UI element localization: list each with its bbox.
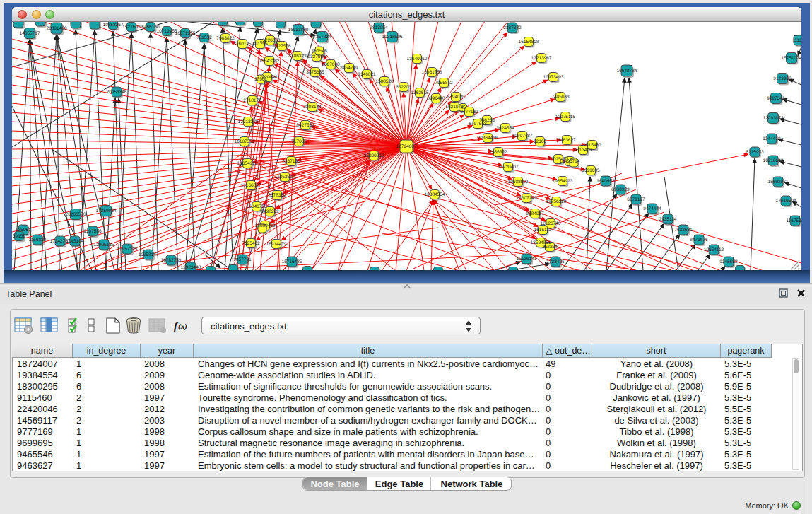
svg-text:917006: 917006: [291, 139, 307, 144]
svg-text:17016504: 17016504: [776, 199, 796, 204]
svg-text:16961758: 16961758: [422, 70, 442, 75]
svg-text:8160125: 8160125: [233, 42, 252, 47]
svg-text:10807487: 10807487: [512, 134, 533, 139]
svg-text:9515460: 9515460: [583, 143, 601, 148]
svg-text:16154808: 16154808: [519, 40, 539, 45]
svg-text:1244419: 1244419: [763, 136, 781, 141]
svg-text:8186323: 8186323: [288, 54, 307, 59]
svg-text:12093872: 12093872: [763, 116, 784, 121]
svg-text:20053346: 20053346: [107, 90, 127, 95]
svg-text:832203: 832203: [396, 85, 411, 90]
svg-text:12975115: 12975115: [555, 115, 576, 119]
svg-text:20891406: 20891406: [47, 26, 67, 31]
svg-text:9513403: 9513403: [574, 148, 592, 153]
svg-text:8267130: 8267130: [282, 159, 300, 164]
svg-text:9699695: 9699695: [582, 168, 600, 173]
svg-text:3624554: 3624554: [496, 126, 514, 131]
svg-text:9498222: 9498222: [261, 209, 279, 214]
svg-text:1145194: 1145194: [66, 239, 84, 244]
svg-text:10688609: 10688609: [508, 180, 529, 185]
svg-text:2887682: 2887682: [503, 25, 522, 30]
svg-text:7632621: 7632621: [674, 228, 693, 233]
svg-text:746266: 746266: [479, 118, 495, 123]
svg-text:10973493: 10973493: [543, 75, 564, 80]
svg-text:3875685: 3875685: [306, 70, 324, 75]
svg-text:9857791: 9857791: [233, 257, 252, 262]
svg-text:6794028: 6794028: [447, 95, 465, 100]
svg-text:9129966: 9129966: [773, 76, 792, 81]
svg-text:8454749: 8454749: [340, 66, 358, 71]
svg-text:19218506: 19218506: [382, 35, 403, 40]
svg-text:10719155: 10719155: [157, 29, 177, 34]
svg-text:10958147: 10958147: [139, 252, 159, 257]
svg-text:8215953: 8215953: [746, 150, 764, 155]
svg-text:7663822: 7663822: [216, 36, 235, 41]
svg-text:2718176: 2718176: [243, 98, 261, 103]
svg-text:19654923: 19654923: [553, 179, 573, 184]
svg-text:(x): (x): [178, 322, 187, 331]
svg-text:11353504: 11353504: [275, 175, 295, 180]
svg-text:15751074: 15751074: [782, 56, 801, 61]
svg-text:1167534: 1167534: [787, 218, 801, 223]
svg-text:19166827: 19166827: [241, 183, 261, 188]
svg-text:20364436: 20364436: [478, 136, 498, 141]
svg-text:13640910: 13640910: [407, 57, 428, 62]
svg-text:18807249: 18807249: [517, 196, 537, 201]
svg-text:8427552: 8427552: [296, 123, 314, 128]
svg-text:9227341: 9227341: [767, 96, 785, 101]
svg-text:9327506: 9327506: [273, 44, 291, 49]
svg-text:2935114: 2935114: [659, 217, 677, 222]
svg-text:12923448: 12923448: [181, 265, 201, 270]
svg-text:16648784: 16648784: [617, 69, 637, 74]
svg-text:19756928: 19756928: [546, 199, 567, 204]
svg-text:1156829: 1156829: [29, 238, 47, 243]
svg-text:2803144: 2803144: [303, 105, 322, 110]
svg-text:18724007: 18724007: [396, 144, 417, 149]
svg-text:1527602: 1527602: [122, 25, 141, 30]
svg-text:98961: 98961: [254, 77, 267, 82]
svg-text:11123: 11123: [792, 38, 801, 43]
svg-text:19654925: 19654925: [237, 161, 258, 166]
svg-text:1362615: 1362615: [411, 90, 429, 95]
svg-text:17957225: 17957225: [117, 247, 138, 252]
svg-text:751552: 751552: [196, 35, 212, 40]
svg-text:17359924: 17359924: [96, 209, 117, 214]
svg-text:16671355: 16671355: [175, 31, 196, 36]
svg-text:25300213: 25300213: [364, 153, 384, 158]
svg-text:16033809: 16033809: [288, 28, 309, 33]
svg-text:9245652: 9245652: [719, 259, 738, 264]
svg-text:6879197: 6879197: [627, 197, 645, 202]
svg-text:12905135: 12905135: [94, 243, 114, 247]
svg-text:9327508: 9327508: [307, 54, 326, 59]
svg-text:9474444: 9474444: [643, 206, 661, 211]
svg-text:2867608: 2867608: [322, 62, 340, 67]
svg-text:15692971: 15692971: [768, 180, 789, 185]
svg-text:8938923: 8938923: [611, 187, 630, 192]
svg-text:8678332: 8678332: [268, 193, 286, 198]
svg-text:1615112: 1615112: [534, 228, 552, 233]
svg-text:10653267: 10653267: [103, 23, 124, 28]
svg-text:9084067: 9084067: [526, 211, 544, 216]
svg-text:16914479: 16914479: [266, 242, 287, 247]
svg-text:16495794: 16495794: [560, 159, 580, 164]
svg-text:8990448: 8990448: [427, 96, 445, 101]
svg-text:15716485: 15716485: [282, 259, 302, 264]
svg-text:62160: 62160: [534, 139, 546, 144]
svg-text:16210643: 16210643: [763, 158, 784, 163]
svg-text:16046726: 16046726: [247, 204, 267, 209]
svg-text:12213967: 12213967: [531, 56, 552, 61]
svg-text:15720407: 15720407: [498, 165, 519, 170]
svg-text:10654112: 10654112: [704, 247, 724, 252]
svg-text:9463627: 9463627: [558, 138, 576, 143]
svg-text:9777169: 9777169: [460, 110, 478, 115]
svg-text:15136141: 15136141: [517, 257, 537, 262]
svg-text:8471676: 8471676: [690, 238, 708, 243]
svg-text:1640953: 1640953: [596, 179, 615, 184]
svg-text:7625402: 7625402: [242, 241, 260, 246]
svg-text:951546: 951546: [312, 49, 327, 54]
svg-text:16107553: 16107553: [235, 139, 255, 144]
svg-text:9397586: 9397586: [83, 229, 102, 234]
svg-text:13226058: 13226058: [260, 38, 281, 43]
svg-text:16543382: 16543382: [259, 59, 280, 64]
svg-text:39159: 39159: [13, 234, 25, 239]
